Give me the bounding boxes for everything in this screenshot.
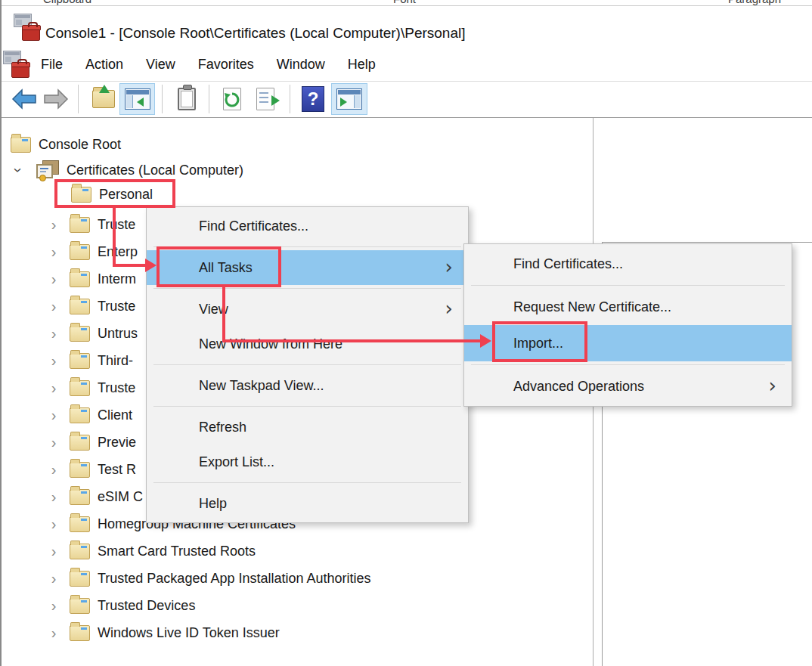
toolbar-separator: [78, 85, 79, 113]
tree-item-label: Untrus: [98, 326, 138, 342]
submenu-item-request-new-certificate[interactable]: Request New Certificate...: [464, 289, 792, 325]
chevron-collapsed-icon[interactable]: ›: [47, 407, 60, 423]
page-export-icon: [256, 88, 274, 110]
folder-icon: [70, 271, 90, 287]
menubar-item-help[interactable]: Help: [348, 57, 376, 73]
annotation-arrowhead-icon: [480, 334, 491, 348]
chevron-collapsed-icon[interactable]: ›: [47, 217, 60, 232]
annotation-box-import: [492, 321, 587, 362]
tree-item-console-root[interactable]: Console Root: [2, 131, 591, 158]
tree-item-trusted-devices[interactable]: ›Trusted Devices: [2, 592, 591, 619]
chevron-collapsed-icon[interactable]: ›: [47, 353, 60, 368]
tree-item-label: Third-: [98, 353, 133, 369]
chevron-collapsed-icon[interactable]: ›: [47, 299, 60, 314]
menubar-item-favorites[interactable]: Favorites: [198, 57, 254, 73]
ribbon-label-font: Font: [393, 0, 416, 5]
mmc-console-icon-small: [3, 51, 30, 78]
export-list-button[interactable]: [250, 83, 280, 115]
chevron-collapsed-icon[interactable]: ›: [47, 435, 60, 450]
menu-separator: [153, 406, 461, 407]
ribbon-label-clipboard: Clipboard: [43, 0, 91, 5]
tree-item-label: eSIM C: [98, 489, 143, 505]
menu-separator: [153, 482, 461, 483]
toolbar-separator: [290, 85, 290, 113]
chevron-collapsed-icon[interactable]: ›: [47, 598, 60, 613]
title-bar: Console1 - [Console Root\Certificates (L…: [2, 6, 812, 48]
chevron-collapsed-icon[interactable]: ›: [47, 489, 60, 504]
chevron-collapsed-icon[interactable]: ›: [47, 516, 60, 531]
mmc-console-icon: [14, 14, 41, 41]
folder-icon: [70, 571, 90, 587]
up-one-level-button[interactable]: [88, 83, 119, 115]
submenu-chevron-icon: ›: [445, 256, 453, 278]
ribbon-remnant: ClipboardFontParagraph: [0, 0, 812, 5]
forward-button[interactable]: [41, 83, 71, 115]
menubar-item-action[interactable]: Action: [85, 57, 123, 73]
paste-button[interactable]: [172, 83, 202, 115]
menubar-item-file[interactable]: File: [41, 57, 63, 73]
context-menu-item-new-taskpad-view[interactable]: New Taskpad View...: [147, 368, 468, 403]
tree-item-label: Certificates (Local Computer): [67, 163, 243, 178]
submenu-chevron-icon: ›: [769, 374, 776, 397]
toolbar: ?: [2, 82, 812, 117]
folder-icon: [11, 137, 31, 153]
context-menu-item-find-certificates[interactable]: Find Certificates...: [147, 209, 468, 243]
submenu-chevron-icon: ›: [445, 297, 453, 320]
chevron-collapsed-icon[interactable]: ›: [47, 625, 60, 640]
context-menu-item-refresh[interactable]: Refresh: [147, 410, 468, 445]
window-tree-icon: [125, 88, 150, 110]
folder-icon: [70, 625, 90, 641]
window-title: Console1 - [Console Root\Certificates (L…: [45, 25, 465, 42]
window-action-icon: [336, 88, 362, 110]
folder-icon: [70, 516, 90, 532]
tree-item-label: Previe: [98, 435, 136, 451]
menu-separator: [471, 285, 785, 286]
submenu-item-find-certificates[interactable]: Find Certificates...: [464, 246, 792, 282]
tree-item-windows-live-id-token-issuer[interactable]: ›Windows Live ID Token Issuer: [2, 619, 591, 646]
context-menu-item-view[interactable]: View›: [147, 292, 468, 327]
tree-item-smart-card-trusted-roots[interactable]: ›Smart Card Trusted Roots: [2, 537, 591, 565]
chevron-collapsed-icon[interactable]: ›: [47, 380, 60, 395]
folder-icon: [70, 217, 90, 233]
menu-separator: [471, 364, 785, 365]
folder-icon: [70, 598, 90, 614]
back-button[interactable]: [9, 83, 39, 115]
context-menu-item-help[interactable]: Help: [147, 486, 468, 521]
menubar-item-view[interactable]: View: [146, 57, 175, 73]
folder-icon: [70, 244, 90, 260]
refresh-button[interactable]: [217, 83, 247, 115]
clipboard-icon: [178, 88, 196, 110]
context-menu-item-export-list[interactable]: Export List...: [147, 445, 468, 479]
arrow-right-icon: [42, 88, 70, 110]
annotation-arrow-all-tasks-to-import: [222, 339, 481, 342]
arrow-left-icon: [11, 88, 38, 110]
submenu-item-advanced-operations[interactable]: Advanced Operations›: [464, 368, 792, 404]
chevron-collapsed-icon[interactable]: ›: [47, 271, 60, 287]
chevron-collapsed-icon[interactable]: ›: [47, 544, 60, 559]
tree-item-label: Interm: [98, 271, 136, 287]
menu-item-label: Request New Certificate...: [513, 299, 671, 315]
chevron-collapsed-icon[interactable]: ›: [47, 571, 60, 586]
annotation-arrow-personal-to-all-tasks: [113, 208, 116, 267]
tree-item-label: Trusted Packaged App Installation Author…: [98, 571, 371, 587]
context-menu-item-new-window-from-here[interactable]: New Window from Here: [147, 327, 468, 361]
chevron-collapsed-icon[interactable]: ›: [47, 326, 60, 341]
show-hide-console-tree-button[interactable]: [119, 83, 155, 115]
folder-icon: [70, 407, 90, 423]
tree-item-label: Truste: [98, 299, 135, 314]
annotation-arrowhead-icon: [145, 259, 157, 272]
help-button[interactable]: ?: [298, 83, 328, 115]
folder-icon: [70, 462, 90, 478]
page-refresh-icon: [223, 88, 241, 110]
folder-icon: [70, 544, 90, 559]
annotation-arrow-personal-to-all-tasks: [113, 264, 146, 267]
menubar-item-window[interactable]: Window: [277, 57, 325, 73]
show-hide-action-pane-button[interactable]: [331, 83, 367, 115]
tree-item-trusted-packaged-app-installation-authorities[interactable]: ›Trusted Packaged App Installation Autho…: [2, 565, 591, 592]
folder-up-icon: [92, 90, 115, 108]
chevron-expanded-icon[interactable]: ›: [12, 163, 26, 178]
chevron-collapsed-icon[interactable]: ›: [47, 462, 60, 477]
toolbar-separator: [162, 85, 163, 113]
ribbon-label-paragraph: Paragraph: [728, 0, 781, 5]
chevron-collapsed-icon[interactable]: ›: [47, 244, 60, 259]
